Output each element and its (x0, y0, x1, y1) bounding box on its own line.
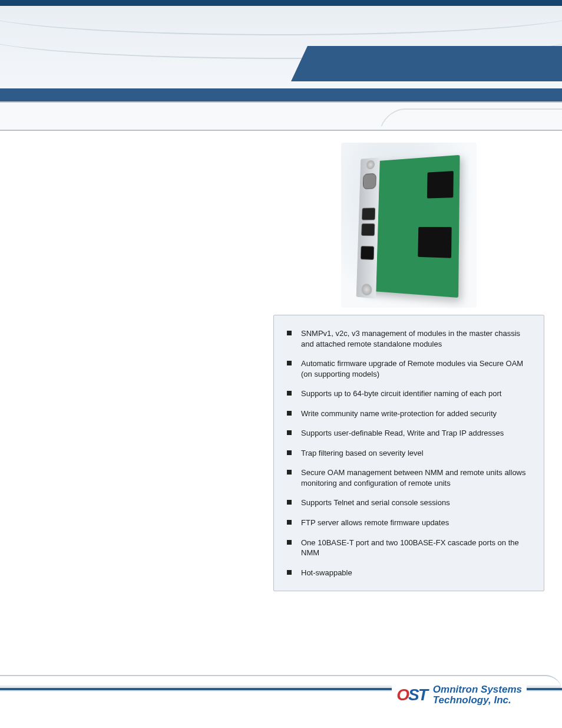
list-item: Hot-swappable (287, 563, 533, 583)
list-item: Supports Telnet and serial console sessi… (287, 493, 533, 513)
list-item: FTP server allows remote firmware update… (287, 513, 533, 533)
chip-icon (418, 227, 451, 258)
logo-line1: Omnitron Systems (433, 684, 522, 695)
right-column: SNMPv1, v2c, v3 management of modules in… (273, 143, 544, 661)
screw-icon (366, 160, 375, 170)
fiber-port-icon (362, 207, 375, 220)
main-content: SNMPv1, v2c, v3 management of modules in… (0, 131, 562, 667)
faceplate (356, 157, 380, 298)
list-item: Automatic firmware upgrade of Remote mod… (287, 354, 533, 384)
list-item: Secure OAM management between NMM and re… (287, 463, 533, 493)
top-accent-bar (0, 0, 562, 6)
fiber-port-icon (361, 223, 375, 236)
list-item: Supports up to 64-byte circuit identifie… (287, 384, 533, 404)
screw-icon (361, 284, 372, 296)
feature-list: SNMPv1, v2c, v3 management of modules in… (287, 324, 533, 582)
list-item: One 10BASE-T port and two 100BASE-FX cas… (287, 533, 533, 563)
company-logo: OST Omnitron Systems Technology, Inc. (392, 683, 527, 707)
circuit-board-illustration (362, 155, 460, 298)
body-text-column (18, 143, 262, 661)
header-blue-bar (0, 88, 562, 101)
page-footer: OST Omnitron Systems Technology, Inc. (0, 675, 562, 728)
logo-text: Omnitron Systems Technology, Inc. (433, 684, 522, 706)
serial-port-icon (363, 173, 376, 189)
list-item: Supports user-definable Read, Write and … (287, 423, 533, 443)
logo-mark: OST (396, 686, 427, 704)
list-item: Trap filtering based on severity level (287, 443, 533, 463)
list-item: SNMPv1, v2c, v3 management of modules in… (287, 324, 533, 354)
header-band (0, 6, 562, 88)
product-image (341, 143, 477, 308)
chip-icon (427, 171, 454, 198)
logo-line2: Technology, Inc. (433, 694, 511, 706)
ethernet-port-icon (361, 246, 374, 260)
header-wedge (291, 46, 562, 81)
feature-list-box: SNMPv1, v2c, v3 management of modules in… (273, 315, 544, 591)
list-item: Write community name write-protection fo… (287, 404, 533, 424)
sub-header-band (0, 101, 562, 131)
